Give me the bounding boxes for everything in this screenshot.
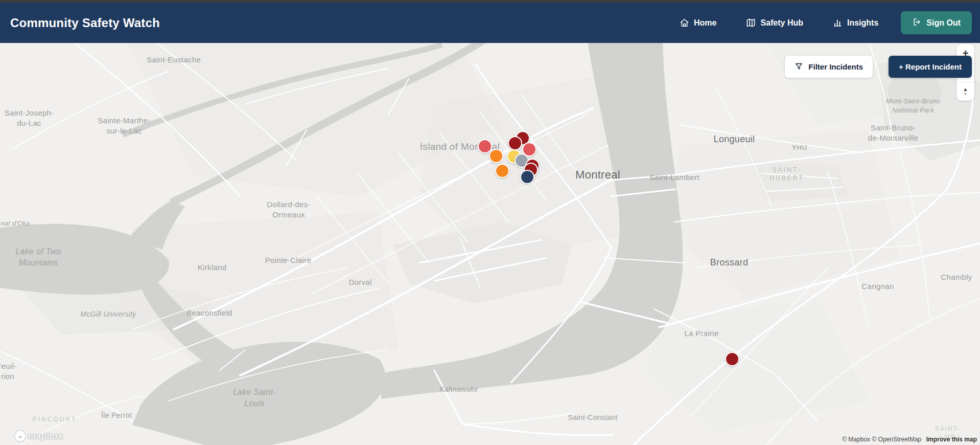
report-incident-button[interactable]: + Report Incident [889, 56, 972, 78]
pitch-toggle-button[interactable]: ▲ ▼ [956, 82, 974, 101]
mapbox-logo-icon: ◒ [14, 430, 26, 442]
nav-item-safety-hub[interactable]: Safety Hub [746, 18, 803, 28]
funnel-icon [795, 62, 803, 72]
sign-out-label: Sign Out [926, 18, 961, 28]
sign-out-button[interactable]: Sign Out [901, 11, 972, 34]
incident-marker[interactable] [489, 149, 503, 163]
incident-marker[interactable] [725, 352, 739, 366]
nav-label: Safety Hub [760, 18, 803, 28]
main-nav: Home Safety Hub Insights [680, 18, 878, 28]
mapbox-attribution-link[interactable]: © Mapbox [842, 436, 870, 443]
nav-label: Insights [847, 18, 878, 28]
incident-marker[interactable] [508, 136, 522, 150]
app-title: Community Safety Watch [10, 16, 160, 30]
home-icon [680, 18, 689, 28]
nav-item-home[interactable]: Home [680, 18, 716, 28]
filter-incidents-button[interactable]: Filter Incidents [785, 56, 873, 78]
logout-icon [912, 17, 921, 29]
incident-marker[interactable] [495, 164, 509, 178]
nav-label: Home [694, 18, 716, 28]
osm-attribution-link[interactable]: © OpenStreetMap [872, 436, 921, 443]
improve-map-link[interactable]: Improve this map [926, 436, 977, 443]
mapbox-logo[interactable]: ◒ mapbox [14, 430, 63, 442]
bar-chart-icon [833, 18, 843, 28]
map-icon [746, 18, 756, 28]
nav-item-insights[interactable]: Insights [833, 18, 878, 28]
map-canvas [0, 43, 980, 445]
mapbox-logo-text: mapbox [28, 431, 63, 441]
app-header: Community Safety Watch Home Safety Hub [0, 3, 980, 43]
pitch-down-icon: ▼ [963, 92, 968, 96]
incident-marker[interactable] [520, 170, 534, 184]
filter-incidents-label: Filter Incidents [808, 62, 863, 71]
map-attribution: © Mapbox © OpenStreetMap Improve this ma… [842, 436, 977, 443]
map-container[interactable]: Saint-EustacheSaint-Joseph- du-LacSainte… [0, 43, 980, 445]
